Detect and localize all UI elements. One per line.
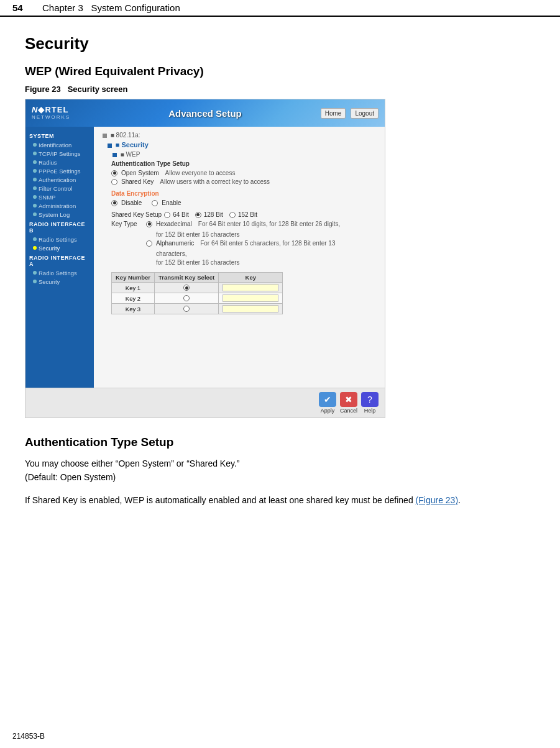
sidebar-item-administration[interactable]: Administration	[25, 201, 94, 210]
radio-152bit[interactable]	[229, 212, 236, 218]
alpha-row: Alphanumeric For 64 Bit enter 5 characte…	[146, 240, 340, 247]
home-button[interactable]: Home	[321, 108, 346, 119]
radio-open-system-row: Open System Allow everyone to access	[111, 170, 376, 176]
key2-label: Key 2	[112, 293, 155, 304]
sidebar-item-radio-b-settings[interactable]: Radio Settings	[25, 235, 94, 244]
key-table: Key Number Transmit Key Select Key Key 1	[111, 272, 283, 314]
help-icon: ?	[361, 392, 379, 407]
bullet-icon	[33, 169, 37, 173]
auth-type-title: Authentication Type Setup	[111, 160, 376, 167]
hex-desc2: for 152 Bit enter 16 characters	[156, 231, 340, 238]
breadcrumb-802: ■ 802.11a:	[103, 132, 376, 139]
sidebar-group-radio-b: RADIO INTERFACE B	[25, 219, 94, 235]
screenshot-footer: ✔ Apply ✖ Cancel ? Help	[25, 388, 385, 417]
sidebar-item-snmp[interactable]: SNMP	[25, 193, 94, 201]
section-title: Security	[25, 34, 535, 53]
page-content: Security WEP (Wired Equivalent Privacy) …	[0, 17, 560, 553]
bullet-icon	[33, 246, 37, 250]
sidebar-item-syslog[interactable]: System Log	[25, 210, 94, 219]
col-key: Key	[219, 273, 283, 283]
key3-input[interactable]	[223, 305, 278, 312]
sidebar-item-tcpip[interactable]: TCP/IP Settings	[25, 149, 94, 158]
key2-radio-cell	[154, 293, 218, 304]
bullet-icon	[33, 212, 37, 216]
cancel-button[interactable]: ✖ Cancel	[340, 392, 357, 414]
alpha-desc2: characters,	[156, 250, 340, 257]
sidebar-group-radio-a: RADIO INTERFACE A	[25, 252, 94, 268]
radio-64bit[interactable]	[164, 212, 170, 218]
sidebar-item-pppoe[interactable]: PPPoE Settings	[25, 166, 94, 175]
radio-shared-key-row: Shared Key Allow users with a correct ke…	[111, 178, 376, 185]
bullet-icon	[33, 271, 37, 275]
page-number: 54	[12, 2, 37, 13]
key1-input-cell	[219, 283, 283, 293]
main-content: ■ 802.11a: ■ Security ■ WEP Authenticati…	[94, 127, 385, 388]
sidebar-item-radio-b-security[interactable]: Security	[25, 244, 94, 252]
chapter-title: Chapter 3 System Configuration	[42, 2, 180, 13]
key1-input[interactable]	[223, 284, 278, 291]
key3-input-cell	[219, 304, 283, 314]
breadcrumb-security: ■ Security	[108, 141, 376, 148]
disable-label: Disable	[121, 199, 142, 206]
col-key-number: Key Number	[112, 273, 155, 283]
page-footer: 214853-B	[12, 732, 45, 741]
figure-label: Figure 23 Security screen	[25, 84, 535, 94]
page-header: 54 Chapter 3 System Configuration	[0, 0, 560, 17]
key2-input-cell	[219, 293, 283, 304]
key1-label: Key 1	[112, 283, 155, 293]
bit64-label: 64 Bit	[173, 211, 189, 218]
apply-icon: ✔	[319, 392, 336, 407]
radio-shared-key[interactable]	[111, 179, 117, 185]
apply-button[interactable]: ✔ Apply	[319, 392, 336, 414]
radio-enable[interactable]	[152, 200, 158, 206]
col-transmit-key: Transmit Key Select	[154, 273, 218, 283]
alphanumeric-label: Alphanumeric	[156, 240, 194, 247]
breadcrumb-wep: ■ WEP	[112, 151, 376, 158]
cancel-icon: ✖	[340, 392, 357, 407]
auth-type-block: Authentication Type Setup Open System Al…	[111, 160, 376, 185]
radio-128bit[interactable]	[195, 212, 201, 218]
sq-icon	[103, 134, 107, 138]
shared-key-setup-block: Shared Key Setup 64 Bit 128 Bit 152 Bit …	[111, 211, 376, 266]
key-type-label: Key Type	[111, 221, 144, 227]
shared-key-label: Shared Key	[121, 178, 154, 185]
sidebar-item-radio-a-settings[interactable]: Radio Settings	[25, 268, 94, 277]
key-type-row: Key Type Hexadecimal For 64 Bit enter 10…	[111, 221, 376, 266]
shared-key-row: Shared Key Setup 64 Bit 128 Bit 152 Bit	[111, 211, 376, 218]
bullet-icon	[33, 280, 37, 283]
header-nav: Home Logout	[321, 108, 379, 119]
radio-key2[interactable]	[183, 295, 190, 301]
logout-button[interactable]: Logout	[351, 108, 379, 119]
auth-setup-title: Authentication Type Setup	[25, 436, 535, 449]
key2-input[interactable]	[223, 294, 278, 302]
key3-label: Key 3	[112, 304, 155, 314]
sidebar-item-radio-a-security[interactable]: Security	[25, 277, 94, 286]
radio-hexadecimal[interactable]	[146, 221, 152, 227]
sq-icon-blue	[108, 144, 112, 148]
radio-key1[interactable]	[183, 285, 190, 291]
radio-key3[interactable]	[183, 306, 190, 312]
key1-radio-cell	[154, 283, 218, 293]
sidebar: SYSTEM Identification TCP/IP Settings Ra…	[25, 127, 94, 388]
bullet-icon	[33, 143, 37, 147]
help-button[interactable]: ? Help	[361, 392, 379, 414]
bullet-icon	[33, 152, 37, 155]
sidebar-item-identification[interactable]: Identification	[25, 140, 94, 149]
bullet-icon	[33, 204, 37, 208]
radio-alphanumeric[interactable]	[146, 240, 152, 247]
radio-open-system[interactable]	[111, 170, 117, 176]
data-encryption-block: Data Encryption Disable Enable	[111, 190, 376, 206]
screenshot-body: SYSTEM Identification TCP/IP Settings Ra…	[25, 127, 385, 388]
open-system-desc: Allow everyone to access	[165, 170, 236, 176]
auth-paragraph2: If Shared Key is enabled, WEP is automat…	[25, 493, 535, 507]
data-enc-radio-row: Disable Enable	[111, 199, 376, 206]
sidebar-item-authentication[interactable]: Authentication	[25, 175, 94, 184]
alpha-desc: For 64 Bit enter 5 characters, for 128 B…	[200, 240, 335, 247]
wep-subsection-title: WEP (Wired Equivalent Privacy)	[25, 65, 535, 78]
hex-desc: For 64 Bit enter 10 digits, for 128 Bit …	[198, 221, 340, 227]
sidebar-item-radius[interactable]: Radius	[25, 158, 94, 166]
radio-disable[interactable]	[111, 200, 117, 206]
header-title: Advanced Setup	[168, 108, 242, 119]
figure-ref-link[interactable]: (Figure 23)	[416, 495, 458, 505]
sidebar-item-filter[interactable]: Filter Control	[25, 184, 94, 193]
